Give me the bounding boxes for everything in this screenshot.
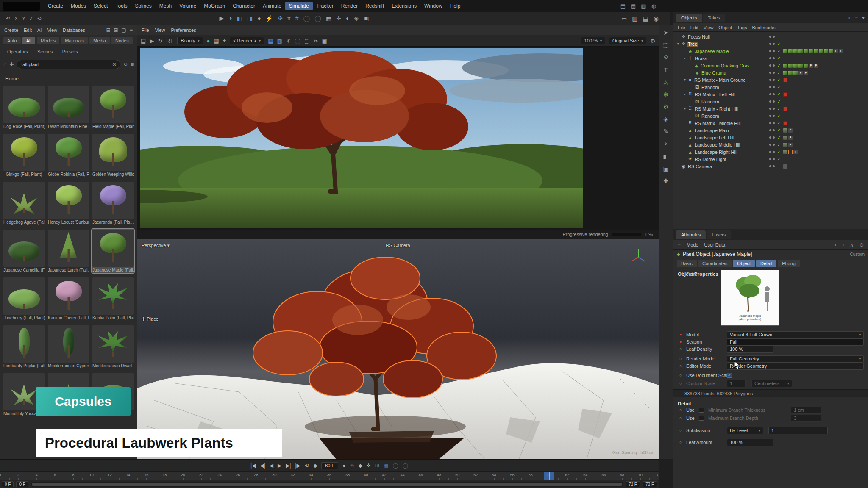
search-input[interactable] (20, 61, 112, 67)
plant-asset-5[interactable]: Golden Weeping Willo... (92, 133, 134, 177)
target-tool-icon[interactable]: ⌖ (664, 140, 668, 147)
use-min-branch-checkbox[interactable] (699, 408, 704, 413)
text-tool-icon[interactable]: T (664, 67, 668, 73)
enabled-check[interactable]: ✓ (776, 135, 782, 140)
plant-asset-12[interactable]: Juneberry (Fall, Plant) (3, 277, 45, 321)
plant-asset-16[interactable]: Mediterranean Cypres... (47, 324, 90, 369)
menu-splines[interactable]: Splines (131, 2, 155, 10)
object-row-random[interactable]: ⚄Random✓ (673, 112, 868, 119)
visibility-dots[interactable] (769, 64, 775, 67)
model-dropdown[interactable]: Variant 3 Full-Grown▾ (727, 331, 864, 338)
coord-system-icon[interactable]: ⟲ (37, 16, 41, 22)
menu-tools[interactable]: Tools (111, 2, 131, 10)
range-start-field[interactable]: 0 F (2, 481, 14, 487)
plant-asset-6[interactable]: Hedgehog Agave (Fall... (3, 181, 45, 225)
restart-render-icon[interactable]: ↻ (158, 38, 162, 44)
render-region-icon[interactable]: ◧ (237, 15, 242, 22)
am-back-icon[interactable]: ‹ (835, 242, 836, 248)
object-row-rs-matrix-left-hill[interactable]: ▾⠿RS Matrix - Left Hill✓ (673, 91, 868, 98)
snapshot-icon[interactable]: ▤ (141, 38, 146, 44)
ab-compare-icon-2[interactable]: ▩ (277, 38, 282, 44)
field-tool-icon[interactable]: ◈ (664, 116, 668, 122)
use-document-scale-checkbox[interactable]: ✓ (727, 373, 732, 378)
axis-z-toggle[interactable]: Z (30, 16, 33, 22)
size-dropdown[interactable]: Original Size▾ (609, 37, 646, 44)
workplane-icon[interactable]: ▦ (326, 15, 331, 22)
visibility-dots[interactable] (769, 122, 775, 124)
ab-menu-view[interactable]: View (47, 28, 57, 33)
tab-attributes[interactable]: Attributes (676, 230, 706, 239)
plant-asset-9[interactable]: Japanese Camellia (Fal... (3, 229, 45, 273)
play-button[interactable]: ▶ (278, 463, 281, 469)
cube-tool-icon[interactable]: ⟐ (663, 54, 668, 61)
material-icon[interactable]: ● (257, 15, 261, 22)
object-row-common-quaking-grass[interactable]: ♣Common Quaking Grass✓FF (673, 62, 868, 69)
refresh-icon[interactable]: ↻ (123, 61, 128, 67)
sound-button[interactable]: ◆ (313, 463, 317, 469)
rotation-key-icon[interactable]: ▦ (384, 463, 388, 469)
crosshair-icon[interactable]: ⌖ (223, 37, 226, 44)
timeline-scrollbar[interactable] (31, 482, 623, 487)
visibility-dots[interactable] (769, 72, 775, 74)
record-key-button[interactable]: ● (342, 463, 345, 469)
frame-tool-icon[interactable]: ⬚ (663, 42, 668, 48)
enabled-check[interactable]: ✓ (776, 63, 782, 68)
om-options-icon[interactable]: ▾ (862, 15, 865, 21)
plant-asset-7[interactable]: Honey Locust 'Sunbur... (47, 181, 90, 225)
split-view-icon[interactable]: ⊟ (106, 27, 111, 33)
menu-tracker[interactable]: Tracker (313, 2, 337, 10)
section-tab-phong[interactable]: Phong (778, 260, 800, 267)
visibility-dots[interactable] (769, 115, 775, 117)
om-filter-icon[interactable]: ≡ (855, 15, 858, 21)
ab-menu-edit[interactable]: Edit (24, 28, 32, 33)
max-branch-field[interactable]: 3 (791, 415, 821, 422)
render-target-dropdown[interactable]: < Render >▾ (230, 37, 264, 44)
plant-asset-3[interactable]: Ginkgo (Fall, Plant) (3, 133, 45, 177)
start-render-icon[interactable]: ▶ (150, 38, 154, 44)
ab-compare-icon-1[interactable]: ▦ (268, 38, 273, 44)
object-row-rs-matrix-main-ground[interactable]: ▾⠿RS Matrix - Main Ground✓ (673, 76, 868, 83)
om-search-icon[interactable]: ⌕ (848, 15, 851, 21)
plant-asset-15[interactable]: Lombardy Poplar (Fall... (3, 324, 45, 369)
subdivision-field[interactable]: 1 (768, 427, 828, 434)
om-menu-file[interactable]: File (678, 25, 685, 30)
object-row-rs-matrix-right-hill[interactable]: ▾⠿RS Matrix - Right Hill✓ (673, 105, 868, 112)
menu-extensions[interactable]: Extensions (388, 2, 420, 10)
home-icon[interactable]: ⌂ (3, 61, 6, 67)
category-tab-scenes[interactable]: Scenes (33, 48, 57, 55)
knife-tool-icon[interactable]: ✚ (663, 177, 668, 184)
layout-icon-3[interactable]: ▥ (641, 3, 646, 9)
enabled-check[interactable]: ✓ (776, 106, 782, 111)
visibility-dots[interactable] (769, 86, 775, 88)
timeline-ruler[interactable]: 0246810121416182022242628303234363840424… (0, 471, 659, 480)
ab-menu-ai[interactable]: AI (37, 28, 42, 33)
min-branch-field[interactable]: 1 cm (791, 407, 821, 414)
viewport-solo-icon[interactable]: ◐ (346, 15, 349, 22)
screen-layout-icon-3[interactable]: ▤ (643, 15, 648, 22)
menu-create[interactable]: Create (44, 2, 67, 10)
filter-tab-materials[interactable]: Materials (61, 37, 88, 44)
pv-icon[interactable]: ▣ (363, 15, 369, 22)
plant-asset-14[interactable]: Kentia Palm (Fall, Plant) (92, 277, 134, 321)
plant-asset-0[interactable]: Dog-Rose (Fall, Plant) (3, 85, 45, 130)
grid-view-icon[interactable]: ⊞ (114, 27, 118, 33)
visibility-dots[interactable] (769, 79, 775, 81)
category-tab-operators[interactable]: Operators (3, 48, 32, 55)
screen-layout-icon-1[interactable]: ▭ (621, 15, 627, 22)
enabled-check[interactable]: ✓ (776, 128, 782, 133)
checker-icon[interactable]: ▦ (214, 38, 219, 44)
om-menu-tags[interactable]: Tags (737, 25, 747, 30)
capsule-icon[interactable]: ◈ (354, 15, 359, 22)
snap-icon[interactable]: ✣ (278, 15, 283, 22)
visibility-dots[interactable] (769, 57, 775, 59)
enabled-check[interactable]: ✓ (776, 157, 782, 161)
rt-toggle[interactable]: RT (166, 38, 173, 44)
prev-key-button[interactable]: ◀| (260, 463, 265, 469)
filter-tab-auto[interactable]: Auto (3, 37, 21, 44)
object-row-random[interactable]: ⚄Random✓ (673, 83, 868, 91)
object-row-landscape-main[interactable]: ▲Landscape Main✓F (673, 127, 868, 134)
visibility-dots[interactable] (769, 165, 775, 167)
object-row-grass[interactable]: ▾✛Grass✓ (673, 55, 868, 62)
range-end-field[interactable]: 72 F (626, 481, 640, 487)
custom-preset-label[interactable]: Custom (850, 252, 865, 257)
